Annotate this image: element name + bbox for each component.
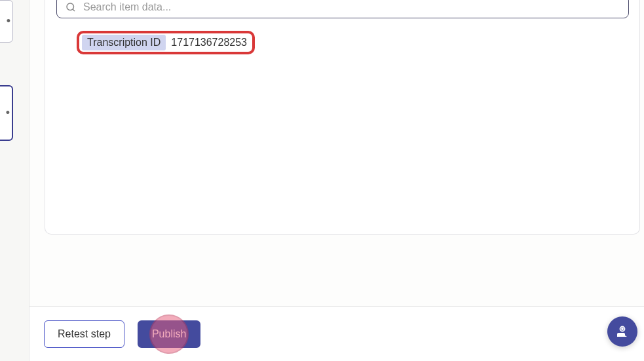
search-box[interactable]: [56, 0, 629, 18]
help-chat-icon: [615, 324, 630, 339]
search-icon: [65, 1, 77, 13]
tag-value: 1717136728253: [168, 35, 250, 50]
transcription-id-tag[interactable]: Transcription ID 1717136728253: [77, 31, 255, 54]
svg-line-1: [73, 9, 75, 11]
retest-step-button[interactable]: Retest step: [44, 320, 124, 348]
footer-bar: Retest step Publish: [29, 306, 644, 361]
left-panel-edge: [0, 0, 29, 361]
tag-label: Transcription ID: [82, 35, 166, 50]
svg-point-0: [67, 3, 74, 10]
publish-button[interactable]: Publish: [138, 320, 200, 348]
left-node-partial-1[interactable]: [0, 0, 13, 43]
search-input[interactable]: [83, 1, 620, 13]
svg-point-3: [622, 328, 623, 330]
publish-button-label: Publish: [152, 328, 186, 339]
left-node-partial-2[interactable]: [0, 85, 13, 141]
help-chat-button[interactable]: [607, 316, 637, 347]
